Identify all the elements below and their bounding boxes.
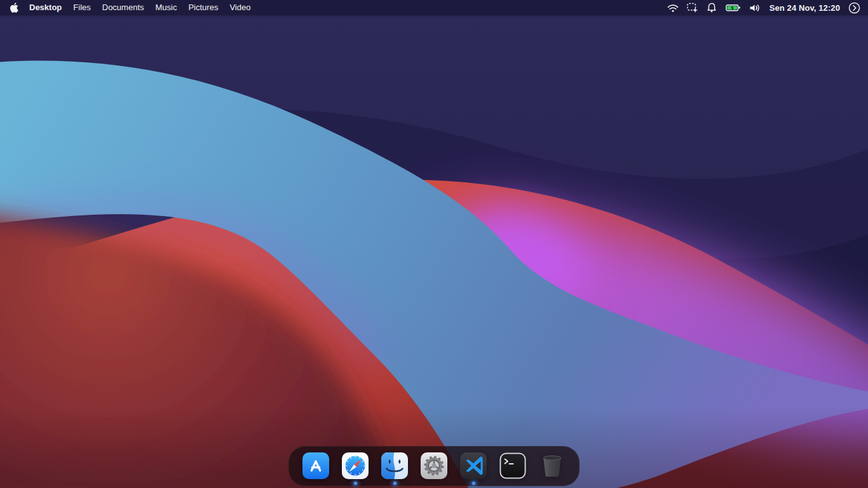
screenshot-icon[interactable] bbox=[687, 3, 698, 13]
menu-desktop[interactable]: Desktop bbox=[24, 0, 67, 15]
dock-item-trash[interactable] bbox=[539, 452, 566, 485]
menu-pictures[interactable]: Pictures bbox=[182, 0, 224, 15]
trash-icon bbox=[539, 452, 566, 479]
dock bbox=[288, 446, 580, 486]
menu-music[interactable]: Music bbox=[150, 0, 183, 15]
dock-item-system-settings[interactable] bbox=[421, 452, 447, 485]
settings-gear-icon bbox=[421, 452, 447, 479]
terminal-icon bbox=[499, 452, 526, 479]
apple-menu[interactable] bbox=[6, 3, 24, 13]
finder-icon bbox=[381, 452, 408, 479]
menu-files[interactable]: Files bbox=[67, 0, 96, 15]
notifications-icon[interactable] bbox=[706, 3, 717, 13]
apple-icon bbox=[10, 3, 18, 13]
menubar-status-area: Sen 24 Nov, 12:20 bbox=[667, 2, 862, 14]
menu-documents[interactable]: Documents bbox=[97, 0, 150, 15]
menubar: Desktop Files Documents Music Pictures V… bbox=[0, 0, 868, 15]
running-indicator bbox=[472, 482, 475, 485]
running-indicator bbox=[354, 482, 357, 485]
wifi-icon[interactable] bbox=[667, 4, 679, 12]
running-indicator bbox=[393, 482, 397, 485]
menubar-left: Desktop Files Documents Music Pictures V… bbox=[6, 0, 256, 15]
dock-item-terminal[interactable] bbox=[499, 452, 526, 485]
dock-item-vscode[interactable] bbox=[460, 452, 487, 485]
dock-item-safari[interactable] bbox=[342, 452, 369, 485]
volume-icon[interactable] bbox=[749, 3, 761, 13]
dock-item-app-store[interactable] bbox=[302, 452, 329, 485]
dock-item-finder[interactable] bbox=[381, 452, 408, 485]
menu-video[interactable]: Video bbox=[224, 0, 256, 15]
chevron-right-icon[interactable] bbox=[848, 2, 860, 14]
battery-charging-icon[interactable] bbox=[726, 3, 741, 12]
app-store-icon bbox=[302, 452, 329, 479]
desktop-wallpaper bbox=[0, 0, 868, 488]
vscode-icon bbox=[460, 452, 487, 479]
clock[interactable]: Sen 24 Nov, 12:20 bbox=[770, 3, 840, 13]
safari-icon bbox=[342, 452, 369, 479]
